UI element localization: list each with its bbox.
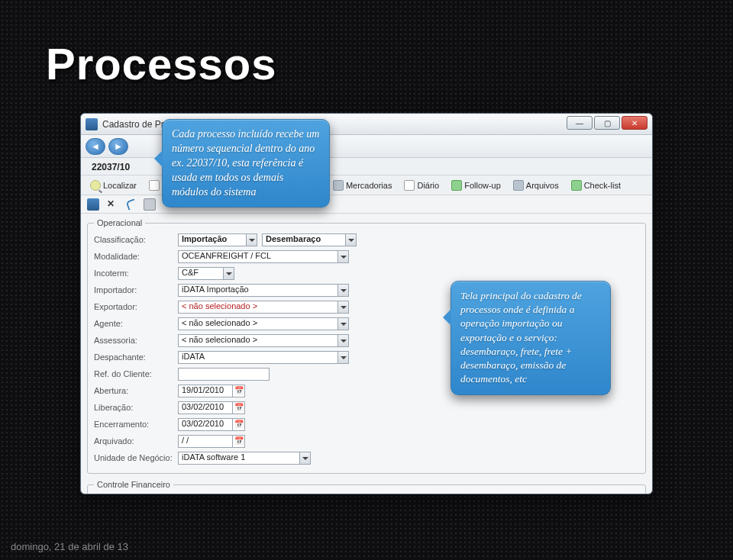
tab-label-diario: Diário [417, 181, 439, 190]
field-exportador[interactable]: < não selecionado > [178, 301, 338, 314]
dropdown-icon[interactable] [338, 334, 349, 347]
field-importador[interactable]: iDATA Importação [178, 284, 338, 297]
tab-arquivos[interactable]: Arquivos [510, 179, 562, 192]
calendar-icon[interactable] [232, 418, 245, 431]
dropdown-icon[interactable] [247, 233, 257, 246]
dropdown-icon[interactable] [338, 284, 349, 297]
field-unidade[interactable]: iDATA software 1 [178, 452, 300, 465]
legend-financeiro: Controle Financeiro [94, 480, 173, 489]
field-modalidade[interactable]: OCEANFREIGHT / FCL [178, 250, 338, 263]
files-icon [513, 180, 524, 191]
field-despachante[interactable]: iDATA [178, 351, 338, 364]
save-button[interactable] [87, 198, 99, 211]
undo-button[interactable] [125, 198, 137, 210]
dropdown-icon[interactable] [346, 233, 357, 246]
field-agente[interactable]: < não selecionado > [178, 317, 338, 330]
followup-icon [451, 180, 462, 191]
callout-tail-icon [434, 309, 451, 326]
field-arquivado[interactable]: / / [178, 435, 233, 448]
tab-mercadorias[interactable]: Mercadorias [330, 179, 396, 192]
label-modalidade: Modalidade: [94, 252, 178, 261]
field-classificacao[interactable]: Importação [178, 233, 247, 246]
field-incoterm[interactable]: C&F [178, 267, 224, 280]
label-importador: Importador: [94, 285, 178, 294]
label-encerramento: Encerramento: [94, 420, 178, 429]
label-classificacao: Classificação: [94, 235, 178, 244]
tab-localizar[interactable]: Localizar [87, 179, 140, 192]
label-exportador: Exportador: [94, 302, 178, 311]
search-icon [90, 180, 101, 191]
legend-operacional: Operacional [94, 218, 145, 227]
checklist-icon [571, 180, 582, 191]
tab-label-localizar: Localizar [103, 181, 137, 190]
dropdown-icon[interactable] [338, 301, 349, 314]
close-button[interactable]: ✕ [622, 116, 647, 130]
field-abertura[interactable]: 19/01/2010 [178, 385, 233, 397]
slide-title: Processos [46, 38, 276, 89]
label-arquivado: Arquivado: [94, 436, 178, 446]
doc-icon [149, 180, 160, 191]
field-classificacao2[interactable]: Desembaraço [262, 233, 346, 246]
delete-button[interactable]: ✕ [107, 198, 119, 211]
label-agente: Agente: [94, 319, 178, 328]
tab-label-mercadorias: Mercadorias [346, 181, 392, 190]
field-assessoria[interactable]: < não selecionado > [178, 334, 338, 347]
callout-text-1: Cada processo incluído recebe um número … [172, 128, 319, 198]
callout-tail-icon [146, 150, 163, 167]
maximize-button[interactable]: ▢ [594, 116, 620, 130]
calendar-icon[interactable] [232, 385, 245, 397]
nav-back-button[interactable]: ◄ [86, 138, 105, 155]
dropdown-icon[interactable] [338, 317, 349, 330]
dropdown-icon[interactable] [338, 250, 349, 263]
callout-process-number: Cada processo incluído recebe um número … [162, 119, 330, 208]
dropdown-icon[interactable] [338, 351, 349, 364]
calendar-icon[interactable] [232, 401, 245, 414]
callout-text-2: Tela principal do cadastro de processos … [460, 290, 582, 385]
slide-footer-date: domingo, 21 de abril de 13 [11, 541, 128, 552]
goods-icon [333, 180, 344, 191]
label-liberacao: Liberação: [94, 403, 178, 412]
diary-icon [404, 180, 415, 191]
app-icon [86, 118, 98, 130]
fieldset-financeiro: Controle Financeiro Saldo Parcial: R$ 0,… [87, 480, 646, 494]
tab-label-checklist: Check-list [584, 181, 621, 190]
dropdown-icon[interactable] [224, 267, 234, 280]
field-liberacao[interactable]: 03/02/2010 [178, 401, 233, 414]
label-incoterm: Incoterm: [94, 269, 178, 278]
tab-label-arquivos: Arquivos [526, 181, 559, 190]
label-despachante: Despachante: [94, 352, 178, 362]
label-abertura: Abertura: [94, 386, 178, 395]
dropdown-icon[interactable] [300, 452, 311, 465]
tab-checklist[interactable]: Check-list [568, 179, 624, 192]
minimize-button[interactable]: — [567, 116, 593, 130]
label-unidade: Unidade de Negócio: [94, 453, 178, 462]
tab-label-followup: Follow-up [464, 181, 501, 190]
label-assessoria: Assessoria: [94, 336, 178, 345]
tab-diario[interactable]: Diário [401, 179, 442, 192]
field-ref-cliente[interactable] [178, 368, 270, 381]
process-reference: 22037/10 [87, 162, 130, 172]
label-ref-cliente: Ref. do Cliente: [94, 369, 178, 378]
field-encerramento[interactable]: 03/02/2010 [178, 418, 233, 431]
print-button[interactable] [144, 198, 156, 211]
calendar-icon[interactable] [232, 435, 245, 448]
callout-main-screen: Tela principal do cadastro de processos … [450, 281, 611, 395]
tab-followup[interactable]: Follow-up [448, 179, 504, 192]
nav-forward-button[interactable]: ► [108, 138, 128, 155]
